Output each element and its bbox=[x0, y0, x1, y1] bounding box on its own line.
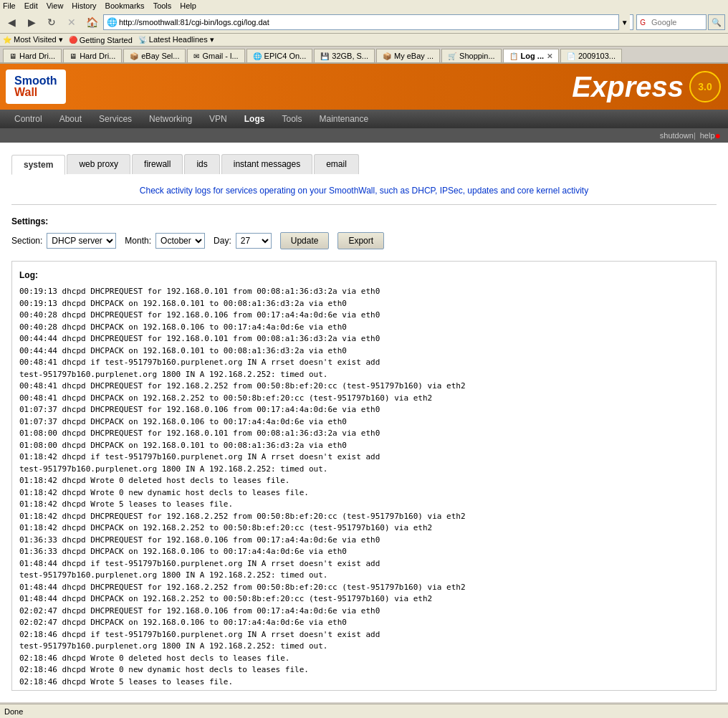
tab-label-6: My eBay ... bbox=[394, 52, 434, 60]
nav-logs[interactable]: Logs bbox=[236, 110, 274, 128]
tab-favicon-9: 📄 bbox=[567, 52, 575, 60]
util-shutdown[interactable]: shutdown bbox=[660, 131, 694, 140]
menu-view[interactable]: View bbox=[47, 1, 64, 10]
sw-day-label: Day: bbox=[214, 236, 231, 246]
tab-4[interactable]: 🌐 EPIC4 On... bbox=[246, 49, 313, 62]
bookmark-getting-started[interactable]: 🔴 Getting Started bbox=[69, 36, 133, 44]
sw-update-button[interactable]: Update bbox=[280, 232, 330, 249]
sw-main-content: system web proxy firewall ids instant me… bbox=[0, 143, 728, 702]
sw-logo-wall: Wall bbox=[14, 87, 57, 98]
sw-export-button[interactable]: Export bbox=[337, 232, 384, 249]
tab-0[interactable]: 🖥 Hard Dri... bbox=[3, 49, 62, 62]
bookmark-latest-headlines[interactable]: 📡 Latest Headlines ▾ bbox=[138, 35, 214, 44]
bookmark-most-visited[interactable]: ⭐ Most Visited ▾ bbox=[3, 35, 63, 44]
tab-label-9: 2009103... bbox=[578, 52, 616, 60]
util-help[interactable]: help bbox=[700, 131, 715, 140]
rss-icon: 📡 bbox=[138, 36, 147, 44]
tab-1[interactable]: 🖥 Hard Dri... bbox=[63, 49, 122, 62]
sw-tab-instant-messages[interactable]: instant messages bbox=[221, 154, 312, 174]
tab-label-8: Log ... bbox=[521, 52, 544, 60]
sw-nav: Control About Services Networking VPN Lo… bbox=[0, 110, 728, 128]
sw-month-select[interactable]: October bbox=[155, 233, 205, 249]
sw-tab-webproxy[interactable]: web proxy bbox=[67, 154, 130, 174]
star-icon: ⭐ bbox=[3, 36, 11, 44]
tab-5[interactable]: 💾 32GB, S... bbox=[314, 49, 375, 62]
sw-header: Smooth Wall Express 3.0 bbox=[0, 64, 728, 110]
tab-6[interactable]: 📦 My eBay ... bbox=[376, 49, 440, 62]
sw-section-select[interactable]: DHCP server bbox=[47, 233, 116, 249]
tab-label-3: Gmail - l... bbox=[202, 52, 238, 60]
menu-help[interactable]: Help bbox=[180, 1, 196, 10]
tab-3[interactable]: ✉ Gmail - l... bbox=[187, 49, 244, 62]
back-button[interactable]: ◀ bbox=[3, 14, 20, 31]
tab-favicon-6: 📦 bbox=[383, 52, 391, 60]
tab-favicon-2: 📦 bbox=[130, 52, 138, 60]
tab-9[interactable]: 📄 2009103... bbox=[560, 49, 622, 62]
tab-label-2: eBay Sel... bbox=[141, 52, 179, 60]
bookmark-latest-headlines-label: Latest Headlines ▾ bbox=[149, 35, 214, 44]
tab-favicon-8: 📋 bbox=[509, 52, 518, 60]
bookmark-most-visited-label: Most Visited ▾ bbox=[14, 35, 63, 44]
search-input[interactable] bbox=[648, 15, 706, 29]
sw-settings: Settings: Section: DHCP server Month: Oc… bbox=[11, 216, 717, 249]
address-dropdown[interactable]: ▼ bbox=[618, 14, 630, 30]
tab-favicon-0: 🖥 bbox=[9, 52, 16, 60]
sw-section-label: Section: bbox=[11, 236, 42, 246]
reload-button[interactable]: ↻ bbox=[43, 14, 60, 31]
sw-log-area: Log: 00:19:13 dhcpd DHCPREQUEST for 192.… bbox=[11, 261, 717, 691]
stop-button[interactable]: ✕ bbox=[63, 14, 80, 31]
tab-8[interactable]: 📋 Log ... ✕ bbox=[503, 49, 559, 62]
sw-settings-row: Section: DHCP server Month: October Day:… bbox=[11, 232, 717, 249]
nav-control[interactable]: Control bbox=[6, 110, 51, 128]
nav-networking[interactable]: Networking bbox=[140, 110, 201, 128]
nav-services[interactable]: Services bbox=[90, 110, 140, 128]
menu-file[interactable]: File bbox=[3, 1, 16, 10]
menu-history[interactable]: History bbox=[72, 1, 96, 10]
sw-info-text: Check activity logs for services operati… bbox=[11, 186, 717, 205]
sw-tab-bar: system web proxy firewall ids instant me… bbox=[11, 154, 717, 174]
nav-tools[interactable]: Tools bbox=[273, 110, 310, 128]
address-input[interactable] bbox=[119, 18, 617, 27]
browser-chrome: File Edit View History Bookmarks Tools H… bbox=[0, 0, 728, 64]
tab-7[interactable]: 🛒 Shoppin... bbox=[441, 49, 502, 62]
menu-bar: File Edit View History Bookmarks Tools H… bbox=[0, 0, 728, 11]
sw-settings-label: Settings: bbox=[11, 216, 717, 226]
tab-close-8[interactable]: ✕ bbox=[547, 52, 552, 60]
sw-month-field: Month: October bbox=[125, 233, 205, 249]
page-icon: 🌐 bbox=[107, 17, 118, 27]
tab-label-5: 32GB, S... bbox=[332, 52, 368, 60]
toolbar: ◀ ▶ ↻ ✕ 🏠 🌐 ▼ G 🔍 bbox=[0, 11, 728, 34]
sw-tab-email[interactable]: email bbox=[314, 154, 359, 174]
search-button[interactable]: 🔍 bbox=[708, 14, 725, 30]
menu-tools[interactable]: Tools bbox=[153, 1, 172, 10]
sw-title: Express bbox=[572, 71, 684, 103]
menu-bookmarks[interactable]: Bookmarks bbox=[105, 1, 145, 10]
tab-label-0: Hard Dri... bbox=[19, 52, 55, 60]
tab-2[interactable]: 📦 eBay Sel... bbox=[123, 49, 186, 62]
util-separator: | bbox=[694, 131, 696, 140]
sw-tab-ids[interactable]: ids bbox=[184, 154, 219, 174]
menu-edit[interactable]: Edit bbox=[24, 1, 38, 10]
power-icon: ● bbox=[715, 130, 721, 141]
sw-log-title: Log: bbox=[19, 269, 709, 282]
tab-favicon-5: 💾 bbox=[320, 52, 329, 60]
nav-maintenance[interactable]: Maintenance bbox=[310, 110, 377, 128]
sw-day-select[interactable]: 27 bbox=[236, 233, 272, 249]
sw-version-badge: 3.0 bbox=[689, 71, 721, 102]
address-box: 🌐 ▼ bbox=[103, 14, 633, 30]
sw-day-field: Day: 27 bbox=[214, 233, 272, 249]
search-box: G 🔍 bbox=[636, 14, 725, 30]
tab-favicon-7: 🛒 bbox=[448, 52, 456, 60]
address-bar: 🌐 ▼ G 🔍 bbox=[103, 14, 725, 30]
sw-tab-firewall[interactable]: firewall bbox=[132, 154, 183, 174]
sw-log-content[interactable]: 00:19:13 dhcpd DHCPREQUEST for 192.168.0… bbox=[19, 286, 709, 691]
bookmarks-bar: ⭐ Most Visited ▾ 🔴 Getting Started 📡 Lat… bbox=[0, 34, 728, 47]
forward-button[interactable]: ▶ bbox=[23, 14, 40, 31]
sw-version: 3.0 bbox=[698, 81, 712, 92]
firefox-icon: 🔴 bbox=[69, 36, 77, 44]
nav-vpn[interactable]: VPN bbox=[201, 110, 236, 128]
nav-about[interactable]: About bbox=[51, 110, 90, 128]
smoothwall-app: Smooth Wall Express 3.0 Control About Se… bbox=[0, 64, 728, 702]
home-button[interactable]: 🏠 bbox=[83, 14, 100, 31]
sw-tab-system[interactable]: system bbox=[11, 155, 65, 175]
